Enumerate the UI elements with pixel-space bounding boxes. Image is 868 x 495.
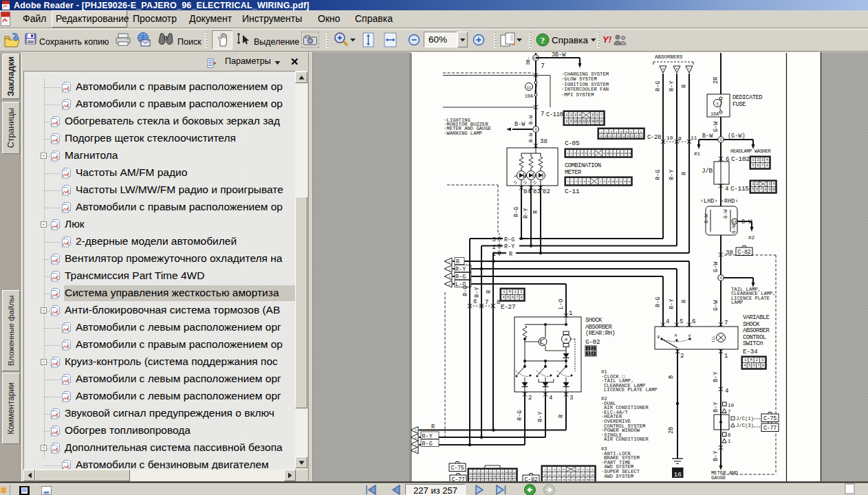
svg-text:J/C(1): J/C(1)	[736, 416, 754, 421]
svg-text:16: 16	[673, 471, 682, 478]
svg-text:R-G: R-G	[462, 286, 469, 296]
svg-text:3: 3	[574, 152, 576, 155]
svg-text:COMBINATION: COMBINATION	[565, 162, 601, 169]
svg-text:M: M	[675, 334, 677, 338]
svg-text:1: 1	[544, 468, 545, 471]
svg-text:6: 6	[585, 152, 587, 155]
svg-text:L-O: L-O	[558, 299, 565, 309]
svg-text:7: 7	[728, 409, 731, 415]
svg-text:SWITCH: SWITCH	[743, 340, 763, 347]
svg-text:3: 3	[478, 471, 479, 474]
svg-text:4WD SYSTEM: 4WD SYSTEM	[604, 474, 633, 479]
svg-text:M: M	[565, 338, 567, 342]
svg-text:4: 4	[558, 468, 560, 471]
svg-text:R: R	[558, 415, 565, 418]
svg-text:R-Y: R-Y	[669, 170, 675, 180]
svg-text:E-34: E-34	[743, 348, 758, 355]
svg-text:R-Y: R-Y	[455, 266, 466, 273]
svg-text:B-Y: B-Y	[713, 451, 719, 461]
svg-text:#1: #1	[694, 151, 701, 157]
svg-text:7: 7	[600, 180, 601, 183]
svg-text:10: 10	[772, 188, 775, 191]
svg-text:LAMP: LAMP	[731, 300, 743, 305]
svg-text:15: 15	[625, 152, 627, 155]
svg-text:15: 15	[567, 474, 570, 476]
svg-text:C-115: C-115	[730, 185, 749, 192]
svg-text:12: 12	[553, 474, 556, 476]
svg-text:22: 22	[505, 475, 508, 478]
svg-text:21: 21	[501, 475, 504, 478]
svg-text:15: 15	[477, 475, 480, 478]
svg-text:6: 6	[692, 318, 695, 325]
svg-text:13: 13	[617, 152, 620, 155]
svg-text:3: 3	[492, 236, 496, 243]
svg-text:G-W: G-W	[723, 209, 728, 219]
svg-text:12: 12	[620, 180, 622, 183]
svg-text:10: 10	[666, 135, 673, 141]
svg-text:4: 4	[720, 276, 722, 280]
svg-text:1: 1	[567, 180, 569, 183]
svg-text:10: 10	[505, 471, 508, 474]
svg-text:B-Y: B-Y	[713, 372, 719, 382]
svg-text:18: 18	[582, 474, 585, 476]
svg-text:G-W: G-W	[713, 261, 719, 272]
svg-text:ABSORBER: ABSORBER	[585, 324, 612, 331]
svg-text:17: 17	[486, 475, 488, 478]
svg-text:FUSE: FUSE	[733, 101, 746, 108]
svg-text:10A: 10A	[525, 94, 534, 99]
svg-text:2: 2	[592, 347, 594, 351]
svg-text:ILL: ILL	[711, 336, 716, 342]
svg-text:9: 9	[592, 468, 593, 471]
svg-text:‹LHD›: ‹LHD›	[700, 198, 718, 205]
svg-text:J/C(3): J/C(3)	[736, 423, 754, 428]
svg-text:12: 12	[614, 152, 616, 155]
svg-text:14: 14	[473, 475, 476, 478]
svg-text:10: 10	[543, 474, 546, 476]
svg-text:10: 10	[733, 220, 737, 223]
svg-text:3: 3	[576, 180, 577, 183]
svg-text:7: 7	[582, 468, 583, 471]
svg-text:7: 7	[724, 320, 728, 327]
svg-text:16: 16	[600, 120, 603, 123]
svg-text:16: 16	[481, 475, 484, 478]
svg-text:1: 1	[569, 310, 572, 317]
svg-text:C-75: C-75	[763, 415, 777, 422]
svg-text:GAUGE: GAUGE	[711, 475, 726, 481]
svg-text:J/B: J/B	[702, 167, 713, 175]
svg-text:7: 7	[589, 152, 590, 155]
svg-text:R-G: R-G	[422, 441, 433, 448]
svg-text:11: 11	[691, 135, 697, 141]
svg-text:R: R	[486, 290, 492, 294]
svg-text:17: 17	[636, 135, 638, 138]
svg-text:11: 11	[578, 120, 581, 123]
svg-text:4: 4	[482, 471, 484, 474]
svg-text:14: 14	[621, 152, 624, 155]
svg-text:G-W: G-W	[741, 219, 752, 226]
svg-text:R-G: R-G	[504, 236, 514, 243]
svg-text:14: 14	[563, 474, 565, 476]
svg-text:2: 2	[572, 180, 573, 183]
svg-text:R-Y: R-Y	[474, 287, 481, 298]
svg-text:11: 11	[548, 474, 551, 476]
svg-text:R-Y: R-Y	[504, 243, 514, 250]
svg-text:R-G: R-G	[513, 207, 520, 217]
svg-text:4: 4	[592, 352, 594, 355]
svg-text:4: 4	[725, 186, 728, 192]
svg-text:15: 15	[596, 120, 599, 123]
svg-text:G-W: G-W	[713, 121, 719, 132]
svg-text:6: 6	[728, 432, 731, 438]
svg-text:5: 5	[563, 468, 565, 471]
svg-text:METER: METER	[565, 169, 582, 176]
svg-text:C-82: C-82	[738, 249, 751, 256]
svg-text:3: 3	[587, 352, 589, 355]
svg-text:11: 11	[610, 152, 613, 155]
svg-text:ABSORBERS: ABSORBERS	[655, 54, 683, 60]
svg-text:H: H	[688, 334, 691, 338]
svg-text:CONTROL: CONTROL	[743, 334, 766, 341]
svg-text:4: 4	[666, 318, 669, 325]
svg-text:7: 7	[541, 111, 544, 118]
svg-text:M: M	[523, 175, 528, 177]
svg-text:6: 6	[490, 471, 491, 474]
svg-text:18: 18	[489, 475, 492, 478]
svg-text:14: 14	[591, 120, 594, 123]
